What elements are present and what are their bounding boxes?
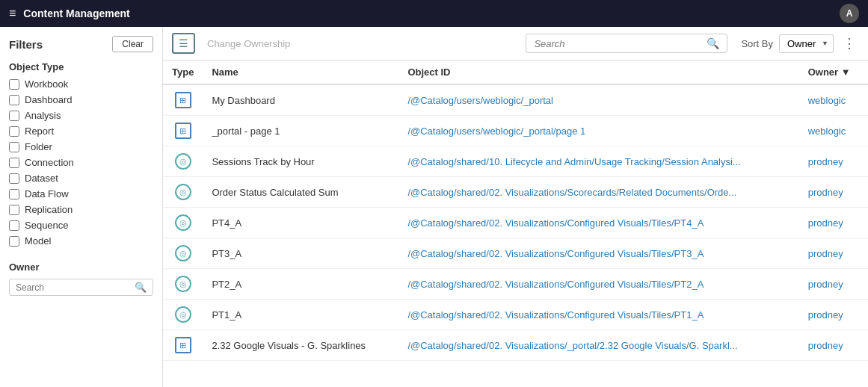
cell-type: ◎ — [163, 177, 203, 208]
checkbox-item-analysis[interactable]: Analysis — [9, 110, 153, 121]
owner-section: Owner 🔍 — [9, 261, 153, 296]
checkbox-label-sequence: Sequence — [25, 220, 69, 231]
col-type: Type — [163, 61, 203, 84]
checkbox-label-analysis: Analysis — [25, 110, 61, 121]
search-wrap: 🔍 — [526, 34, 727, 53]
table-row[interactable]: ⊞_portal - page 1/@Catalog/users/weblogi… — [163, 116, 868, 146]
main-layout: Filters Clear Object Type WorkbookDashbo… — [0, 27, 868, 387]
cell-objectid: /@Catalog/shared/02. Visualizations/Conf… — [398, 208, 798, 238]
cell-objectid: /@Catalog/shared/02. Visualizations/Conf… — [398, 300, 798, 330]
grid-icon: ⊞ — [175, 123, 191, 139]
checkbox-data-flow[interactable] — [9, 189, 19, 199]
table-row[interactable]: ◎PT3_A/@Catalog/shared/02. Visualization… — [163, 238, 868, 269]
col-name: Name — [203, 61, 398, 84]
checkbox-folder[interactable] — [9, 142, 19, 152]
cell-objectid: /@Catalog/users/weblogic/_portal/page 1 — [398, 116, 798, 146]
cell-objectid: /@Catalog/shared/02. Visualizations/Conf… — [398, 269, 798, 300]
filters-header: Filters Clear — [9, 36, 153, 52]
table-row[interactable]: ⊞2.32 Google Visuals - G. Sparklines/@Ca… — [163, 330, 868, 361]
cell-owner: prodney — [799, 146, 868, 177]
sort-by-label: Sort By — [741, 38, 773, 49]
col-owner[interactable]: Owner ▼ — [799, 61, 868, 84]
checkbox-model[interactable] — [9, 236, 19, 247]
checkbox-item-report[interactable]: Report — [9, 126, 153, 137]
table-header-row: Type Name Object ID Owner ▼ — [163, 61, 868, 84]
checkbox-item-workbook[interactable]: Workbook — [9, 78, 153, 90]
checkbox-item-connection[interactable]: Connection — [9, 157, 153, 168]
search-input[interactable] — [534, 38, 702, 49]
table-row[interactable]: ◎PT1_A/@Catalog/shared/02. Visualization… — [163, 300, 868, 330]
checkbox-replication[interactable] — [9, 205, 19, 215]
toolbar: ☰ Change Ownership 🔍 Sort By OwnerNameTy… — [163, 27, 868, 61]
circle-icon: ◎ — [175, 306, 191, 323]
object-type-label: Object Type — [9, 61, 153, 72]
circle-icon: ◎ — [175, 153, 191, 170]
cell-type: ◎ — [163, 269, 203, 300]
avatar[interactable]: A — [840, 4, 859, 23]
checkbox-item-sequence[interactable]: Sequence — [9, 220, 153, 231]
cell-objectid: /@Catalog/shared/02. Visualizations/Scor… — [398, 177, 798, 208]
table-row[interactable]: ◎Order Status Calculated Sum/@Catalog/sh… — [163, 177, 868, 208]
checkbox-item-dashboard[interactable]: Dashboard — [9, 94, 153, 105]
checkbox-label-report: Report — [25, 126, 54, 137]
checkbox-analysis[interactable] — [9, 111, 19, 121]
table-row[interactable]: ⊞My Dashboard/@Catalog/users/weblogic/_p… — [163, 84, 868, 116]
menu-icon[interactable]: ≡ — [9, 7, 16, 20]
checkbox-dashboard[interactable] — [9, 95, 19, 105]
owner-search-wrap: 🔍 — [9, 279, 153, 296]
cell-owner: prodney — [799, 300, 868, 330]
checkbox-report[interactable] — [9, 126, 19, 137]
filter-icon: ☰ — [179, 37, 188, 49]
clear-button[interactable]: Clear — [112, 36, 153, 52]
cell-owner: prodney — [799, 238, 868, 269]
checkbox-dataset[interactable] — [9, 173, 19, 184]
checkbox-item-replication[interactable]: Replication — [9, 204, 153, 215]
circle-icon: ◎ — [175, 184, 191, 200]
checkbox-label-data-flow: Data Flow — [25, 188, 69, 199]
filter-icon-button[interactable]: ☰ — [172, 33, 195, 54]
filters-label: Filters — [9, 38, 43, 51]
checkbox-item-dataset[interactable]: Dataset — [9, 173, 153, 184]
checkbox-item-data-flow[interactable]: Data Flow — [9, 188, 153, 199]
checkbox-label-workbook: Workbook — [25, 78, 68, 90]
cell-name: Order Status Calculated Sum — [203, 177, 398, 208]
cell-name: My Dashboard — [203, 84, 398, 116]
cell-objectid: /@Catalog/shared/02. Visualizations/_por… — [398, 330, 798, 361]
cell-type: ⊞ — [163, 84, 203, 116]
table-wrap: Type Name Object ID Owner ▼ ⊞My Dashboar… — [163, 61, 868, 387]
circle-icon: ◎ — [175, 276, 191, 292]
cell-objectid: /@Catalog/shared/10. Lifecycle and Admin… — [398, 146, 798, 177]
table-body: ⊞My Dashboard/@Catalog/users/weblogic/_p… — [163, 84, 868, 361]
table-row[interactable]: ◎Sessions Track by Hour/@Catalog/shared/… — [163, 146, 868, 177]
table-row[interactable]: ◎PT4_A/@Catalog/shared/02. Visualization… — [163, 208, 868, 238]
checkbox-label-dataset: Dataset — [25, 173, 58, 184]
sort-wrap: OwnerNameType — [779, 34, 834, 53]
owner-search-icon: 🔍 — [135, 282, 147, 293]
cell-owner: prodney — [799, 269, 868, 300]
checkbox-connection[interactable] — [9, 158, 19, 168]
owner-label: Owner — [9, 261, 153, 273]
cell-name: _portal - page 1 — [203, 116, 398, 146]
col-objectid: Object ID — [398, 61, 798, 84]
app-title: Content Management — [23, 7, 832, 19]
cell-objectid: /@Catalog/shared/02. Visualizations/Conf… — [398, 238, 798, 269]
cell-name: Sessions Track by Hour — [203, 146, 398, 177]
more-options-button[interactable]: ⋮ — [840, 35, 859, 52]
table-row[interactable]: ◎PT2_A/@Catalog/shared/02. Visualization… — [163, 269, 868, 300]
change-ownership-button[interactable]: Change Ownership — [201, 35, 296, 52]
checkbox-item-folder[interactable]: Folder — [9, 141, 153, 152]
cell-type: ◎ — [163, 300, 203, 330]
checkbox-label-folder: Folder — [25, 141, 52, 152]
checkbox-workbook[interactable] — [9, 79, 19, 90]
checkbox-sequence[interactable] — [9, 220, 19, 231]
checkbox-label-model: Model — [25, 235, 51, 247]
content-table: Type Name Object ID Owner ▼ ⊞My Dashboar… — [163, 61, 868, 361]
circle-icon: ◎ — [175, 245, 191, 261]
owner-search-input[interactable] — [16, 282, 135, 293]
circle-icon: ◎ — [175, 214, 191, 231]
search-icon: 🔍 — [707, 37, 719, 49]
cell-type: ◎ — [163, 208, 203, 238]
cell-name: 2.32 Google Visuals - G. Sparklines — [203, 330, 398, 361]
checkbox-item-model[interactable]: Model — [9, 235, 153, 247]
sort-dropdown[interactable]: OwnerNameType — [779, 34, 834, 53]
